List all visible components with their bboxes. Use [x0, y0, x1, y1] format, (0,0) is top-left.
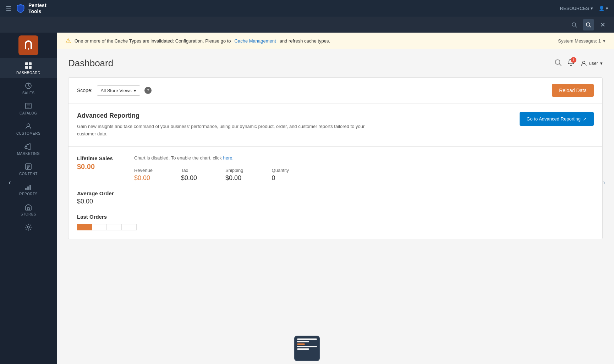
- scope-help-icon[interactable]: ?: [144, 87, 152, 94]
- scope-value: All Store Views: [101, 88, 132, 93]
- stat-quantity: Quantity 0: [272, 168, 289, 182]
- sidebar-stores-label: STORES: [21, 212, 36, 216]
- average-order-section: Average Order $0.00: [68, 190, 602, 214]
- sidebar-item-stores[interactable]: STORES: [0, 200, 57, 220]
- stat-tax: Tax $0.00: [181, 168, 197, 182]
- stats-grid: Revenue $0.00 Tax $0.00 Shipping $0.00: [134, 168, 594, 182]
- sidebar-item-marketing[interactable]: MARKETING: [0, 139, 57, 159]
- sidebar-content-label: CONTENT: [19, 172, 38, 176]
- alert-right: System Messages: 1 ▾: [558, 38, 605, 44]
- orders-tab-0[interactable]: [77, 224, 92, 230]
- right-edge-arrow[interactable]: ›: [603, 178, 605, 186]
- svg-rect-14: [27, 168, 28, 169]
- page-header: Dashboard 1: [68, 58, 603, 69]
- chart-and-stats: Chart is disabled. To enable the chart, …: [134, 155, 594, 182]
- advanced-reporting-text: Advanced Reporting Gain new insights and…: [77, 112, 368, 138]
- left-edge-arrow[interactable]: ‹: [9, 178, 11, 186]
- orders-tab-2[interactable]: [107, 224, 122, 230]
- page-title: Dashboard: [68, 58, 113, 69]
- sidebar-item-system[interactable]: [0, 220, 57, 236]
- user-chevron-icon: ▾: [606, 6, 608, 11]
- sidebar-reports-label: REPORTS: [19, 192, 38, 196]
- sidebar-item-customers[interactable]: CUSTOMERS: [0, 119, 57, 139]
- header-search-button[interactable]: [554, 59, 561, 68]
- notification-badge: 1: [571, 57, 576, 63]
- sidebar-item-sales[interactable]: SALES: [0, 78, 57, 99]
- lifetime-sales-title: Lifetime Sales: [77, 155, 113, 161]
- alert-left: ⚠ One or more of the Cache Types are inv…: [65, 37, 330, 45]
- last-orders-section: Last Orders: [68, 214, 602, 239]
- lifetime-sales-section: Lifetime Sales $0.00 Chart is disabled. …: [68, 147, 602, 190]
- page-actions: 1 user ▾: [554, 58, 603, 68]
- orders-tabs: [77, 224, 594, 230]
- resources-chevron-icon: ▾: [591, 6, 593, 11]
- alert-banner: ⚠ One or more of the Cache Types are inv…: [57, 33, 614, 49]
- browser-active-search-button[interactable]: [583, 19, 594, 30]
- browser-bar: ✕: [0, 17, 614, 33]
- thumb-line-1: [297, 338, 317, 340]
- thumb-line-2: [297, 341, 309, 342]
- orders-tab-1[interactable]: [92, 224, 107, 230]
- system-messages-label: System Messages: 1: [558, 38, 601, 44]
- svg-rect-8: [29, 66, 32, 69]
- lifetime-sales-info: Lifetime Sales $0.00: [77, 155, 113, 171]
- taskbar: [294, 336, 320, 364]
- cache-management-link[interactable]: Cache Management: [235, 38, 276, 44]
- advanced-reporting-description: Gain new insights and take command of yo…: [77, 123, 368, 138]
- top-bar-left: ☰ Pentest Tools: [6, 2, 46, 15]
- svg-point-11: [27, 124, 30, 127]
- main-layout: DASHBOARD SALES CATALOG CUSTO: [0, 33, 614, 364]
- top-bar: ☰ Pentest Tools RESOURCES ▾ 👤 ▾: [0, 0, 614, 17]
- scope-label: Scope:: [77, 88, 93, 93]
- top-bar-right: RESOURCES ▾ 👤 ▾: [560, 6, 608, 11]
- hamburger-menu-icon[interactable]: ☰: [6, 5, 11, 12]
- advanced-reporting-title: Advanced Reporting: [77, 112, 368, 119]
- average-order-title: Average Order: [77, 190, 594, 196]
- svg-rect-7: [25, 66, 28, 69]
- stat-shipping: Shipping $0.00: [225, 168, 243, 182]
- scope-left: Scope: All Store Views ▾ ?: [77, 85, 152, 96]
- external-link-icon: ↗: [583, 116, 587, 122]
- svg-point-4: [28, 48, 29, 50]
- user-menu-chevron-icon: ▾: [600, 61, 603, 66]
- scope-selector[interactable]: All Store Views ▾: [97, 85, 140, 96]
- svg-rect-18: [27, 208, 29, 210]
- average-order-amount: $0.00: [77, 198, 594, 205]
- svg-point-22: [570, 65, 571, 66]
- alert-message-suffix: and refresh cache types.: [280, 38, 330, 44]
- svg-line-1: [575, 26, 577, 27]
- scope-dropdown-icon: ▾: [134, 88, 136, 93]
- orders-tab-3[interactable]: [122, 224, 137, 230]
- go-to-advanced-reporting-button[interactable]: Go to Advanced Reporting ↗: [520, 112, 594, 126]
- brand-name: Pentest Tools: [28, 2, 46, 15]
- alert-message-prefix: One or more of the Cache Types are inval…: [75, 38, 231, 44]
- sidebar-item-dashboard[interactable]: DASHBOARD: [0, 58, 57, 78]
- notifications-button[interactable]: 1: [567, 58, 575, 68]
- user-button[interactable]: 👤 ▾: [599, 6, 608, 11]
- thumb-line-5: [297, 348, 309, 350]
- thumb-line-3: [297, 343, 305, 345]
- browser-close-button[interactable]: ✕: [597, 19, 608, 30]
- user-menu-button[interactable]: user ▾: [581, 60, 603, 67]
- stat-revenue: Revenue $0.00: [134, 168, 153, 182]
- taskbar-thumbnail[interactable]: [294, 336, 320, 361]
- svg-point-19: [27, 226, 29, 228]
- sidebar-customers-label: CUSTOMERS: [16, 131, 40, 135]
- page-content: Dashboard 1: [57, 49, 614, 255]
- sidebar-item-catalog[interactable]: CATALOG: [0, 99, 57, 119]
- sidebar-catalog-label: CATALOG: [20, 111, 37, 115]
- lifetime-sales-amount: $0.00: [77, 163, 113, 171]
- resources-button[interactable]: RESOURCES ▾: [560, 6, 593, 11]
- sidebar: DASHBOARD SALES CATALOG CUSTO: [0, 33, 57, 364]
- chart-enable-link[interactable]: here.: [223, 155, 234, 161]
- system-messages-chevron-icon: ▾: [603, 38, 605, 44]
- svg-rect-15: [25, 188, 27, 190]
- scope-row: Scope: All Store Views ▾ ? Reload Data: [68, 78, 602, 103]
- browser-search-icon-button[interactable]: [569, 19, 580, 30]
- user-avatar-icon: 👤: [599, 6, 604, 11]
- sidebar-item-content[interactable]: CONTENT: [0, 159, 57, 179]
- sidebar-logo: [18, 35, 38, 55]
- dashboard-card: Scope: All Store Views ▾ ? Reload Data A…: [68, 77, 603, 239]
- thumb-line-4: [297, 346, 317, 347]
- reload-data-button[interactable]: Reload Data: [552, 84, 594, 97]
